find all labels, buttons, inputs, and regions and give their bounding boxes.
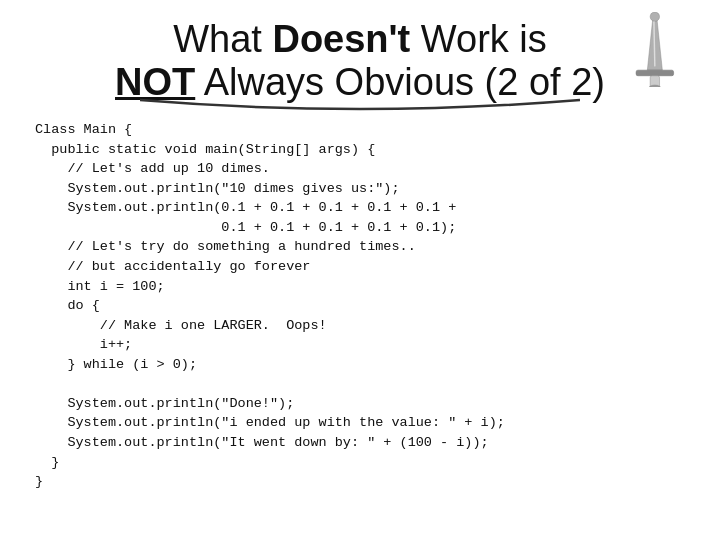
svg-line-5 — [654, 21, 655, 66]
svg-point-1 — [650, 12, 659, 21]
title-what: What — [173, 18, 272, 60]
svg-rect-2 — [636, 70, 674, 76]
title-work-is: Work is — [410, 18, 547, 60]
underline-curve — [140, 96, 580, 114]
title-area: What Doesn't Work is NOT Always Obvious … — [0, 0, 720, 114]
title-line1: What Doesn't Work is — [20, 18, 700, 61]
title-doesnt: Doesn't — [272, 18, 410, 60]
code-block: Class Main { public static void main(Str… — [0, 114, 720, 492]
sword-icon — [625, 12, 680, 87]
